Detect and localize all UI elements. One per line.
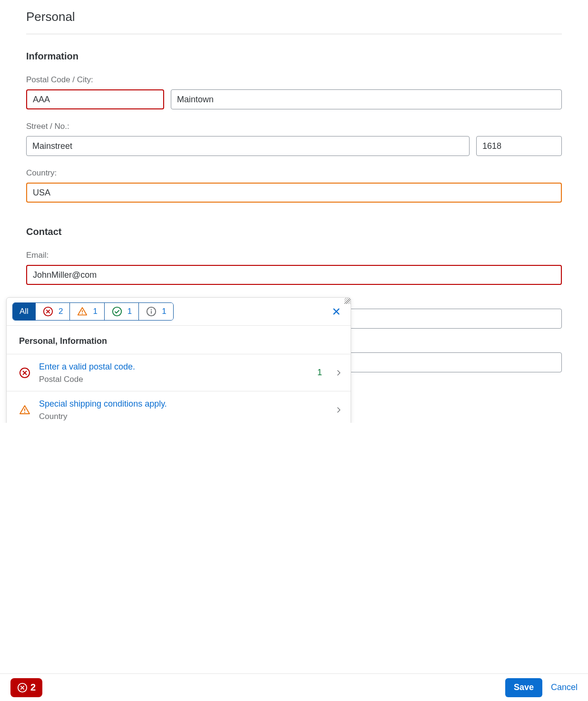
page-title: Personal [26, 10, 562, 34]
info-icon [146, 306, 157, 317]
message-popover: All 2 1 1 [6, 297, 351, 423]
message-group-header: Personal, Information [7, 326, 351, 354]
country-label: Country: [26, 168, 562, 178]
filter-info-count: 1 [162, 307, 166, 316]
svg-point-2 [82, 313, 83, 314]
section-information-title: Information [26, 51, 562, 62]
city-input[interactable] [171, 89, 562, 109]
street-input[interactable] [26, 136, 470, 156]
filter-warning[interactable]: 1 [70, 303, 104, 320]
success-icon [111, 306, 123, 317]
svg-point-5 [151, 309, 152, 310]
email-label: Email: [26, 251, 562, 260]
warning-icon [19, 404, 30, 416]
email-input[interactable] [26, 265, 562, 285]
message-filter-segmented: All 2 1 1 [12, 302, 174, 321]
filter-error[interactable]: 2 [36, 303, 70, 320]
error-icon [42, 306, 54, 317]
section-contact-title: Contact [26, 226, 562, 237]
postal-code-input[interactable] [26, 89, 164, 109]
street-no-input[interactable] [476, 136, 562, 156]
close-icon [333, 308, 340, 315]
filter-warning-count: 1 [93, 307, 97, 316]
filter-error-count: 2 [59, 307, 63, 316]
popover-close-button[interactable] [328, 303, 345, 320]
postal-city-label: Postal Code / City: [26, 75, 562, 85]
error-icon [19, 367, 30, 379]
svg-point-9 [24, 412, 25, 413]
message-count: 1 [313, 368, 327, 378]
street-no-label: Street / No.: [26, 122, 562, 131]
chevron-right-icon [335, 370, 342, 376]
filter-all-label: All [20, 307, 29, 316]
svg-point-3 [113, 307, 121, 316]
filter-success-count: 1 [127, 307, 132, 316]
message-title: Enter a valid postal code. [39, 361, 304, 373]
message-item[interactable]: Special shipping conditions apply. Count… [7, 391, 351, 423]
warning-icon [77, 306, 88, 317]
filter-all[interactable]: All [13, 303, 36, 320]
chevron-right-icon [335, 407, 342, 413]
message-subtitle: Postal Code [39, 375, 304, 384]
message-subtitle: Country [39, 412, 304, 421]
popover-header: All 2 1 1 [7, 298, 351, 325]
filter-info[interactable]: 1 [139, 303, 173, 320]
message-title: Special shipping conditions apply. [39, 398, 304, 410]
message-item[interactable]: Enter a valid postal code. Postal Code 1 [7, 354, 351, 391]
filter-success[interactable]: 1 [105, 303, 139, 320]
popover-body[interactable]: Personal, Information Enter a valid post… [7, 325, 351, 423]
country-input[interactable] [26, 183, 562, 203]
